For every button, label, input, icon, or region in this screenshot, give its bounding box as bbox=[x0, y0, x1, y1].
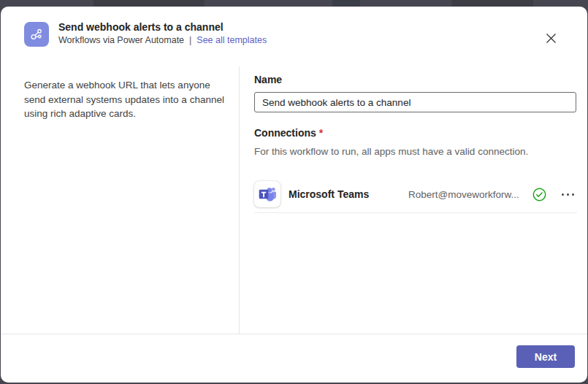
workflow-name-input[interactable] bbox=[254, 92, 576, 112]
connection-row: Microsoft Teams Robert@moveworkforw... bbox=[254, 181, 577, 207]
connections-helper-text: For this workflow to run, all apps must … bbox=[254, 146, 528, 157]
workflow-app-icon bbox=[24, 22, 49, 47]
workflow-template-dialog: Send webhook alerts to a channel Workflo… bbox=[1, 7, 587, 383]
teams-app-background: Send webhook alerts to a channel Workflo… bbox=[0, 0, 588, 384]
background-app-bar-segment bbox=[332, 0, 360, 7]
connection-account: Robert@moveworkforw... bbox=[408, 189, 532, 200]
required-asterisk: * bbox=[319, 127, 323, 139]
teams-app-logo-card bbox=[254, 181, 280, 207]
connections-label: Connections* bbox=[254, 127, 323, 139]
connection-row-divider bbox=[254, 212, 577, 213]
provider-label: Workflows via Power Automate bbox=[58, 35, 184, 45]
more-options-button[interactable] bbox=[558, 187, 577, 201]
background-app-bar-segment bbox=[93, 0, 205, 7]
close-icon bbox=[546, 33, 557, 44]
microsoft-teams-icon bbox=[258, 185, 277, 204]
background-app-bar-segment bbox=[451, 0, 533, 7]
dialog-subtitle: Workflows via Power Automate | See all t… bbox=[58, 35, 267, 45]
connection-status bbox=[532, 188, 546, 201]
connection-app-name: Microsoft Teams bbox=[289, 188, 408, 200]
template-description: Generate a webhook URL that lets anyone … bbox=[24, 78, 224, 121]
subtitle-separator: | bbox=[189, 35, 191, 45]
close-button[interactable] bbox=[540, 27, 562, 49]
next-button[interactable]: Next bbox=[516, 345, 575, 368]
dialog-title: Send webhook alerts to a channel bbox=[58, 21, 224, 33]
name-field-label: Name bbox=[254, 74, 282, 85]
check-circle-icon bbox=[532, 188, 546, 201]
share-network-icon bbox=[29, 27, 44, 42]
footer-divider bbox=[1, 334, 587, 334]
ellipsis-icon bbox=[562, 193, 564, 196]
panel-divider bbox=[239, 66, 240, 334]
see-all-templates-link[interactable]: See all templates bbox=[196, 35, 267, 45]
